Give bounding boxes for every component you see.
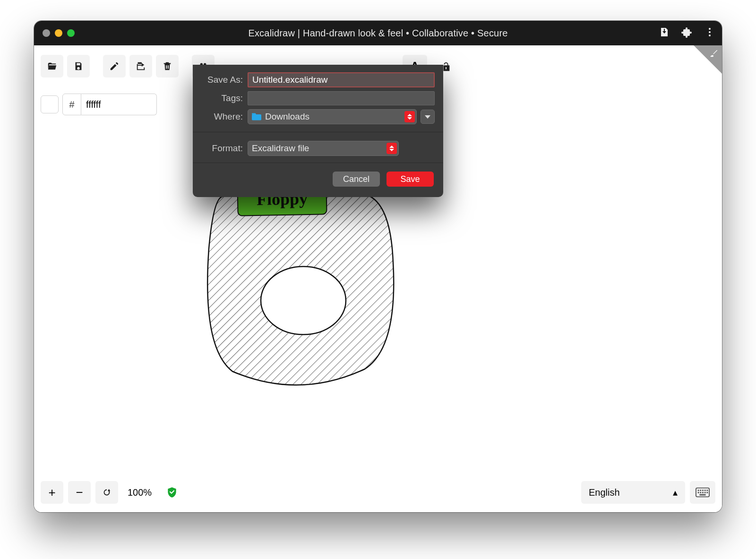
svg-rect-16 [704,492,706,493]
zoom-controls: + − 100% [41,481,178,504]
install-app-icon[interactable] [659,26,670,40]
updown-caret-icon [404,111,415,122]
format-value: Excalidraw file [252,143,309,154]
save-dialog: Save As: Tags: Where: Downloads [193,65,443,197]
svg-rect-17 [706,492,708,493]
zoom-level: 100% [123,487,156,498]
zoom-in-button[interactable]: + [41,481,63,504]
color-swatch[interactable] [41,95,59,113]
open-button[interactable] [41,55,63,77]
language-select[interactable]: English ▴ [581,481,685,504]
tags-label: Tags: [193,93,243,103]
updown-caret-icon [387,143,397,154]
svg-rect-19 [252,114,261,120]
color-picker: # [41,94,157,115]
cancel-button[interactable]: Cancel [333,172,380,187]
export-button[interactable] [129,55,152,77]
bottom-right-controls: English ▴ [581,481,715,504]
svg-point-6 [261,267,346,335]
encryption-shield-icon[interactable] [166,486,178,499]
app-window: Excalidraw | Hand-drawn look & feel • Co… [34,21,722,512]
where-value: Downloads [265,112,309,122]
svg-rect-14 [700,492,701,493]
zoom-reset-button[interactable] [95,481,118,504]
save-as-label: Save As: [193,75,243,85]
svg-rect-9 [700,490,701,491]
svg-rect-10 [702,490,704,491]
delete-button[interactable] [156,55,179,77]
filename-input[interactable] [248,72,435,87]
save-button[interactable] [67,55,90,77]
svg-point-2 [709,34,711,36]
svg-rect-8 [698,490,699,491]
titlebar: Excalidraw | Hand-drawn look & feel • Co… [34,21,722,45]
color-hex-input[interactable] [81,94,157,115]
hash-label: # [62,94,81,115]
edit-button[interactable] [103,55,126,77]
chevron-up-icon: ▴ [673,487,678,498]
app-body: A8 # [34,45,722,512]
main-toolbar [41,55,215,77]
brush-icon [709,48,719,60]
where-label: Where: [193,112,243,122]
svg-rect-18 [699,494,705,496]
menu-kebab-icon[interactable] [704,26,715,40]
svg-rect-12 [706,490,708,491]
canvas-drawing [195,178,407,400]
page-title: Excalidraw | Hand-drawn look & feel • Co… [34,28,722,39]
svg-rect-15 [702,492,704,493]
extensions-icon[interactable] [681,26,693,40]
zoom-out-button[interactable]: − [68,481,91,504]
format-select[interactable]: Excalidraw file [248,141,399,156]
svg-rect-13 [698,492,699,493]
language-value: English [589,487,620,498]
svg-point-0 [709,28,711,30]
tags-input[interactable] [248,91,435,105]
folder-icon [252,113,261,120]
svg-point-1 [709,31,711,33]
where-select[interactable]: Downloads [248,109,417,124]
format-label: Format: [193,143,243,154]
save-confirm-button[interactable]: Save [387,172,434,187]
svg-rect-11 [704,490,706,491]
expand-dialog-button[interactable] [421,110,435,124]
keyboard-shortcuts-button[interactable] [690,481,715,504]
